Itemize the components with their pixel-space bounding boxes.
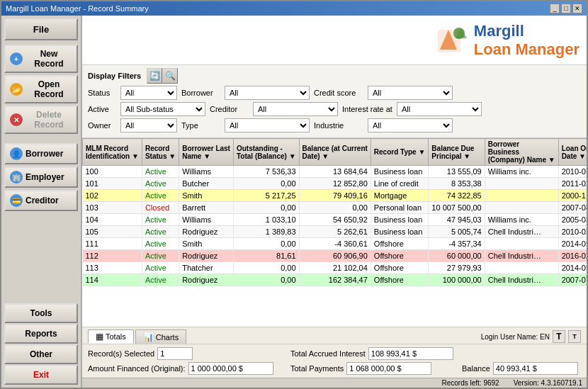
filter-row-2: Active All Sub-status Creditor All Inter… (88, 102, 581, 116)
close-button[interactable]: ✕ (572, 4, 582, 13)
cell-id: 101 (83, 178, 142, 190)
creditor-button[interactable]: 💳 Creditor (4, 190, 78, 211)
amount-financed-input[interactable] (188, 362, 273, 375)
industrie-filter-label: Industrie (314, 121, 363, 130)
borrower-button[interactable]: 👤 Borrower (4, 143, 78, 164)
tab-totals[interactable]: ▦ Totals (88, 329, 134, 344)
tab-charts[interactable]: 📊 Charts (135, 329, 186, 344)
table-row[interactable]: 101 Active Butcher 0,00 12 852,80 Line o… (83, 178, 587, 190)
balance-input[interactable] (493, 362, 578, 375)
table-row[interactable]: 105 Active Rodriguez 1 389,83 5 262,61 B… (83, 226, 587, 238)
type-filter-select[interactable]: All (225, 118, 310, 133)
tools-button[interactable]: Tools (4, 303, 78, 323)
logo-line2: Loan Manager (474, 40, 579, 59)
reports-button[interactable]: Reports (4, 324, 78, 344)
totals-icon: ▦ (96, 332, 103, 342)
table-row[interactable]: 113 Active Thatcher 0,00 21 102,04 Offsh… (83, 262, 587, 274)
cell-name: Thatcher (179, 262, 234, 274)
summary-area: Record(s) Selected Total Accrued Interes… (82, 344, 587, 378)
records-selected-label: Record(s) Selected (88, 349, 154, 358)
table-row[interactable]: 103 Closed Barrett 0,00 0,00 Personal lo… (83, 202, 587, 214)
totals-label: Totals (106, 332, 126, 341)
owner-filter-select[interactable]: All (120, 118, 177, 133)
search-filter-button[interactable]: 🔍 (162, 68, 178, 84)
table-wrapper[interactable]: MLM RecordIdentification ▼ RecordStatus … (82, 138, 587, 327)
col-name[interactable]: Borrower LastName ▼ (179, 139, 234, 166)
col-company[interactable]: BorrowerBusiness(Company) Name ▼ (485, 139, 558, 166)
text-small-button[interactable]: T (568, 330, 581, 343)
table-row[interactable]: 100 Active Williams 7 536,33 13 684,64 B… (83, 166, 587, 178)
cell-company: Chell Industri… (485, 274, 558, 286)
cell-id: 104 (83, 214, 142, 226)
cell-due: 74 322,85 (429, 190, 485, 202)
total-payments-label: Total Payments (290, 364, 344, 373)
col-outstanding[interactable]: Outstanding -Total (Balance) ▼ (233, 139, 299, 166)
table-section: MLM RecordIdentification ▼ RecordStatus … (82, 138, 587, 327)
total-accrued-input[interactable] (368, 347, 453, 360)
cell-name: Barrett (179, 202, 234, 214)
refresh-filter-button[interactable]: 🔄 (147, 68, 162, 84)
cell-balance: 12 852,80 (299, 178, 371, 190)
col-date[interactable]: Loan OriginationDate ▼ (558, 139, 587, 166)
cell-outstanding: 0,00 (233, 178, 299, 190)
delete-record-button[interactable]: ✕ Delete Record (4, 106, 78, 134)
new-record-button[interactable]: + New Record (4, 45, 78, 73)
cell-balance: 5 262,61 (299, 226, 371, 238)
maximize-button[interactable]: □ (561, 4, 571, 13)
file-button[interactable]: File (4, 18, 78, 40)
col-status[interactable]: RecordStatus ▼ (142, 139, 179, 166)
cell-balance: 60 906,90 (299, 250, 371, 262)
text-large-button[interactable]: T (553, 330, 565, 343)
cell-balance: -4 360,61 (299, 238, 371, 250)
status-bar: Records left: 9692 Version: 4.3.160719.1 (82, 378, 587, 388)
col-id[interactable]: MLM RecordIdentification ▼ (83, 139, 142, 166)
cell-company (485, 202, 558, 214)
table-row[interactable]: 114 Active Rodriguez 0,00 162 384,47 Off… (83, 274, 587, 286)
amount-financed-label: Amount Financed (Original): (88, 364, 186, 373)
tabs-left: ▦ Totals 📊 Charts (88, 329, 186, 344)
minimize-button[interactable]: _ (550, 4, 560, 13)
cell-name: Rodriguez (179, 274, 234, 286)
table-row[interactable]: 111 Active Smith 0,00 -4 360,61 Offshore… (83, 238, 587, 250)
creditor-filter-select[interactable]: All (253, 102, 338, 116)
table-row[interactable]: 102 Active Smith 5 217,25 79 409,16 Mort… (83, 190, 587, 202)
active-filter-select[interactable]: All Sub-status (120, 102, 205, 116)
table-row[interactable]: 104 Active Williams 1 033,10 54 650,92 B… (83, 214, 587, 226)
interest-rate-select[interactable]: All (397, 102, 482, 116)
total-payments-row: Total Payments (290, 362, 456, 375)
type-filter-label: Type (181, 121, 220, 130)
total-payments-input[interactable] (346, 362, 431, 375)
records-selected-input[interactable] (157, 347, 193, 360)
login-area: Login User Name: EN T T (481, 330, 581, 343)
borrower-filter-select[interactable]: All (225, 86, 310, 100)
cell-id: 105 (83, 226, 142, 238)
col-type[interactable]: Record Type ▼ (371, 139, 429, 166)
other-button[interactable]: Other (4, 344, 78, 364)
cell-company: Chell Industri… (485, 250, 558, 262)
cell-id: 100 (83, 166, 142, 178)
window-title: Margill Loan Manager - Record Summary (6, 4, 149, 13)
credit-score-select[interactable]: All (368, 86, 453, 100)
header-section: Margill Loan Manager (82, 16, 587, 65)
cell-date: 2000-11-11 (558, 190, 587, 202)
industrie-filter-select[interactable]: All (368, 118, 453, 133)
employer-button[interactable]: 🏢 Employer (4, 167, 78, 188)
exit-button[interactable]: Exit (4, 365, 78, 385)
col-due[interactable]: Balance DuePrincipal ▼ (429, 139, 485, 166)
borrower-icon: 👤 (10, 147, 23, 160)
cell-id: 113 (83, 262, 142, 274)
borrower-label: Borrower (26, 149, 63, 159)
creditor-filter-label: Creditor (210, 105, 249, 113)
cell-due: 47 945,03 (429, 214, 485, 226)
sidebar: File + New Record 📂 Open Record ✕ Delete… (1, 16, 82, 388)
cell-status: Active (142, 262, 179, 274)
cell-date: 2014-05-05 (558, 238, 587, 250)
table-row[interactable]: 112 Active Rodriguez 81,61 60 906,90 Off… (83, 250, 587, 262)
status-filter-select[interactable]: All (120, 86, 177, 100)
open-record-button[interactable]: 📂 Open Record (4, 75, 78, 103)
new-record-icon: + (10, 52, 23, 65)
col-balance[interactable]: Balance (at CurrentDate) ▼ (299, 139, 371, 166)
cell-due: 27 979,93 (429, 262, 485, 274)
tabs-bar: ▦ Totals 📊 Charts Login User Name: EN T … (82, 327, 587, 344)
cell-due: 8 353,38 (429, 178, 485, 190)
